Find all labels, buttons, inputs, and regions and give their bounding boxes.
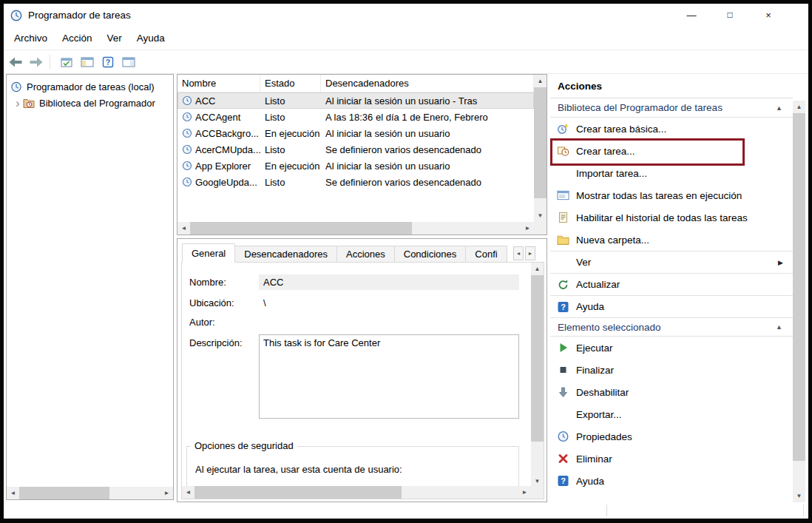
tasks-hscrollbar[interactable]: ◄ ► [177,222,534,234]
table-row[interactable]: ACCAgent Listo A las 18:36 el día 1 de E… [177,109,534,125]
disable-icon [557,386,569,398]
scroll-right-icon[interactable]: ► [160,487,173,499]
action-habilitar-historial[interactable]: Habilitar el historial de todas las tare… [550,206,793,229]
action-ayuda-selected[interactable]: ? Ayuda [550,470,793,492]
tree-item-library[interactable]: › Biblioteca del Programador [7,95,173,111]
menu-archivo[interactable]: Archivo [7,33,55,44]
panes-icon[interactable] [120,55,138,70]
minimize-button[interactable]: — [672,4,711,27]
actions-section-library-header[interactable]: Biblioteca del Programador de tareas ▲ [550,98,793,118]
task-status: En ejecución [260,161,321,172]
name-field-label: Nombre: [189,277,226,288]
action-mostrar-tareas-en-ejecucion[interactable]: Mostrar todas las tareas en ejecución [550,184,793,206]
column-header-nombre[interactable]: Nombre [177,75,260,92]
scroll-left-icon[interactable]: ◄ [7,487,19,499]
menu-ayuda[interactable]: Ayuda [129,33,172,44]
tab-configuracion[interactable]: Confi [465,246,507,263]
back-button[interactable] [7,55,24,70]
tree-hscrollbar[interactable]: ◄ ► [7,487,173,499]
action-crear-tarea-basica[interactable]: Crear tarea básica... [550,118,793,140]
action-ejecutar[interactable]: Ejecutar [550,337,793,359]
scroll-right-icon[interactable]: ► [518,486,531,499]
task-clock-icon [182,112,192,122]
action-ver[interactable]: Ver ▶ [550,251,793,273]
task-name: ACCAgent [195,112,240,123]
tab-general[interactable]: General [182,243,235,263]
scroll-up-icon[interactable]: ▲ [531,263,544,275]
menu-ver[interactable]: Ver [100,33,129,44]
action-nueva-carpeta[interactable]: Nueva carpeta... [550,229,793,251]
location-field-label: Ubicación: [189,297,234,308]
scroll-right-icon[interactable]: ► [521,222,534,234]
tasks-hscroll-thumb[interactable] [190,222,412,234]
task-status: Listo [260,112,321,123]
task-scheduler-app-icon [10,10,22,21]
action-exportar[interactable]: Exportar... [550,403,793,425]
action-deshabilitar[interactable]: Deshabilitar [550,381,793,403]
details-hscroll-thumb[interactable] [194,486,402,499]
scrollbar-corner [531,486,544,499]
tab-acciones[interactable]: Acciones [336,246,395,263]
action-label: Nueva carpeta... [576,234,649,246]
action-label: Propiedades [576,431,632,442]
tasks-vscrollbar[interactable]: ▲ ▼ [534,75,547,222]
tree-item-root[interactable]: Programador de tareas (local) [7,79,173,95]
scroll-left-icon[interactable]: ◄ [182,486,194,499]
task-scheduler-icon [10,81,22,92]
collapse-icon[interactable]: ▲ [776,104,782,112]
action-label: Exportar... [576,409,622,420]
collapse-icon[interactable]: ▲ [776,323,782,331]
close-button[interactable]: × [749,4,788,27]
table-row[interactable]: ACCBackgro... En ejecución Al iniciar la… [177,125,534,141]
chevron-right-icon[interactable]: › [13,98,23,109]
help-icon: ? [557,475,569,487]
tasks-vscroll-thumb[interactable] [534,87,547,198]
action-propiedades[interactable]: Propiedades [550,425,793,448]
table-row[interactable]: ACC Listo Al iniciar la sesión un usuari… [177,92,534,109]
task-name: App Explorer [195,161,251,172]
actions-vscroll-thumb[interactable] [793,113,805,461]
scroll-up-icon[interactable]: ▲ [534,75,547,87]
details-vscroll-thumb[interactable] [531,275,544,442]
menu-accion[interactable]: Acción [55,33,100,44]
help-icon[interactable]: ? [99,55,117,70]
action-label: Ayuda [576,301,604,312]
tab-scroll-right-icon[interactable]: ► [525,246,535,260]
action-ayuda[interactable]: ? Ayuda [550,295,793,317]
section-header-label: Elemento seleccionado [558,322,661,333]
tree-hscroll-thumb[interactable] [19,487,109,499]
table-row[interactable]: GoogleUpda... Listo Se definieron varios… [177,174,534,190]
column-header-estado[interactable]: Estado [260,75,321,92]
column-header-desencadenadores[interactable]: Desencadenadores [321,75,534,92]
table-row[interactable]: AcerCMUpda... Listo Se definieron varios… [177,141,534,158]
tab-desencadenadores[interactable]: Desencadenadores [234,246,337,263]
stop-icon [557,364,569,376]
task-clock-icon [182,144,192,155]
task-name: AcerCMUpda... [195,144,260,155]
tab-scroll-left-icon[interactable]: ◄ [513,246,524,260]
tab-condiciones[interactable]: Condiciones [394,246,467,263]
action-importar-tarea[interactable]: Importar tarea... [550,162,793,184]
forward-button[interactable] [27,55,45,70]
console-tree-panel: Programador de tareas (local) › Bibliote… [6,74,174,500]
toolbar: ? [4,50,808,74]
export-list-icon[interactable] [58,55,75,70]
maximize-button[interactable]: □ [711,4,749,27]
action-finalizar[interactable]: Finalizar [550,359,793,381]
scroll-down-icon[interactable]: ▼ [534,209,547,222]
scroll-left-icon[interactable]: ◄ [177,222,190,234]
scroll-down-icon[interactable]: ▼ [793,490,805,502]
details-vscrollbar[interactable]: ▲ ▼ [531,263,544,487]
description-field-label: Descripción: [189,337,243,348]
console-tree-icon[interactable] [78,55,96,70]
task-name: GoogleUpda... [195,177,257,188]
history-icon [557,212,569,223]
scroll-up-icon[interactable]: ▲ [793,101,805,113]
actions-vscrollbar[interactable]: ▲ ▼ [793,101,805,502]
action-actualizar[interactable]: Actualizar [550,273,793,295]
table-row[interactable]: App Explorer En ejecución Al iniciar la … [177,158,534,174]
details-hscrollbar[interactable]: ◄ ► [182,486,531,499]
actions-section-selected-item-header[interactable]: Elemento seleccionado ▲ [550,317,793,337]
action-eliminar[interactable]: Eliminar [550,448,793,470]
action-crear-tarea[interactable]: Crear tarea... [550,140,793,162]
